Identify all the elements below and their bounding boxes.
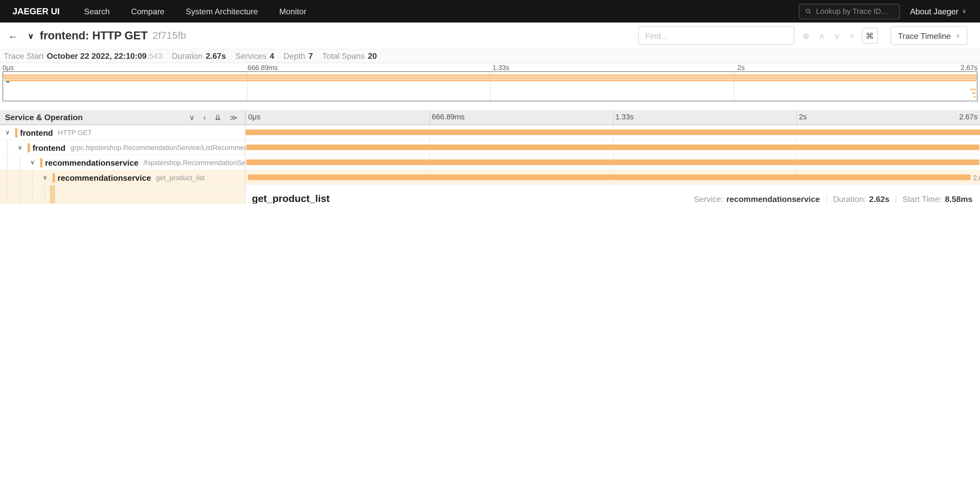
tick-label: 666.89ms: [432, 112, 465, 121]
span-row[interactable]: ∨recommendationserviceget_product_list2.…: [0, 170, 980, 185]
collapse-one-icon[interactable]: ∨: [189, 113, 195, 122]
span-row[interactable]: ∨frontendHTTP GET: [0, 125, 980, 140]
minimap-canvas[interactable]: [3, 71, 977, 101]
operation-name: grpc.hipstershop.RecommendationService/L…: [70, 144, 246, 152]
app-logo[interactable]: JAEGER UI: [0, 6, 73, 16]
summary-label: Duration: [172, 51, 202, 61]
tick-label: 1.33s: [616, 112, 634, 121]
summary-value-fraction: .543: [146, 51, 162, 61]
trace-lookup-input[interactable]: [816, 7, 894, 16]
trace-title: frontend: HTTP GET: [40, 29, 148, 42]
span-detail-panel: get_product_list Service:recommendations…: [245, 185, 980, 203]
summary-item: Total Spans20: [322, 51, 377, 61]
indent-guide: [19, 185, 20, 203]
keyboard-shortcuts-button[interactable]: ⌘: [862, 28, 878, 44]
chevron-down-icon[interactable]: ∨: [3, 125, 13, 140]
meta-value: 2.62s: [869, 195, 889, 203]
tick-label: 666.89ms: [248, 64, 278, 71]
indent-guide: [7, 170, 7, 184]
service-color-chip: [28, 143, 30, 152]
summary-item: Depth7: [283, 51, 313, 61]
tick-label: 2.67s: [961, 64, 977, 71]
operation-name: get_product_list: [156, 174, 205, 181]
find-input[interactable]: [638, 26, 794, 45]
chevron-down-icon[interactable]: ∨: [15, 140, 25, 155]
span-label: frontendHTTP GET: [15, 125, 92, 140]
chevron-down-icon: ∨: [962, 8, 966, 14]
service-color-chip: [40, 158, 43, 168]
top-nav: JAEGER UI SearchCompareSystem Architectu…: [0, 0, 980, 22]
nav-item-system-architecture[interactable]: System Architecture: [175, 6, 269, 16]
indent-guide: [32, 185, 32, 203]
meta-label: Service:: [694, 195, 723, 203]
tick-label: 2.67s: [959, 112, 977, 121]
expand-all-icon[interactable]: ≫: [230, 113, 238, 122]
back-button[interactable]: ←: [0, 29, 26, 42]
meta-label: Start Time:: [903, 195, 942, 203]
minimap-span-mark: [6, 81, 9, 83]
summary-label: Depth: [283, 51, 305, 61]
trace-view-selector[interactable]: Trace Timeline ∨: [890, 26, 967, 45]
span-row-timeline[interactable]: 2.62s: [245, 170, 980, 185]
find-next-icon[interactable]: ∨: [834, 31, 840, 40]
minimap-span-mark: [4, 78, 977, 80]
about-jaeger-menu[interactable]: About Jaeger ∨: [910, 6, 966, 16]
summary-value: 7: [309, 51, 313, 61]
summary-label: Total Spans: [322, 51, 364, 61]
summary-label: Services: [235, 51, 266, 61]
chevron-down-icon[interactable]: ∨: [28, 155, 38, 170]
trace-minimap: 0μs666.89ms1.33s2s2.67s: [0, 63, 980, 103]
nav-item-search[interactable]: Search: [73, 6, 120, 16]
detail-meta-item: Service:recommendationservice: [694, 195, 820, 203]
summary-item: Duration2.67s: [172, 51, 226, 61]
divider: [896, 195, 896, 203]
meta-value: 8.58ms: [945, 195, 973, 203]
indent-guide: [7, 140, 7, 155]
indent-guide: [45, 185, 45, 203]
indent-guide: [32, 170, 32, 184]
ruler-tickline: [429, 110, 430, 124]
service-name: recommendationservice: [45, 158, 138, 168]
chevron-down-icon[interactable]: ∨: [40, 170, 50, 185]
tick-label: 2s: [738, 64, 745, 71]
span-row-left[interactable]: ∨recommendationservice/hipstershop.Recom…: [0, 155, 245, 170]
span-rows-top: ∨frontendHTTP GET∨frontendgrpc.hipstersh…: [0, 125, 980, 185]
ruler-tickline: [796, 110, 797, 124]
span-row-left[interactable]: ∨frontendHTTP GET: [0, 125, 245, 140]
summary-value: 2.67s: [206, 51, 226, 61]
find-prev-icon[interactable]: ∧: [819, 31, 825, 40]
summary-value: 4: [269, 51, 274, 61]
meta-label: Duration:: [833, 195, 866, 203]
span-row-left[interactable]: ∨recommendationserviceget_product_list: [0, 170, 245, 185]
trace-page-header: ← ∨ frontend: HTTP GET 2f715fb ⊕ ∧ ∨ × ⌘…: [0, 22, 980, 49]
span-row[interactable]: ∨frontendgrpc.hipstershop.Recommendation…: [0, 140, 980, 155]
span-bar[interactable]: [245, 129, 980, 135]
about-jaeger-label: About Jaeger: [910, 6, 958, 16]
span-row-timeline[interactable]: [245, 155, 980, 170]
timeline-header-row: Service & Operation ∨ › ⇊ ≫ 0μs666.89ms1…: [0, 110, 980, 125]
span-bar[interactable]: [248, 175, 971, 180]
trace-collapse-icon[interactable]: ∨: [28, 31, 34, 40]
span-row[interactable]: ∨recommendationservice/hipstershop.Recom…: [0, 155, 980, 170]
find-clear-icon[interactable]: ×: [850, 31, 854, 40]
expand-one-icon[interactable]: ›: [204, 113, 206, 122]
span-row-timeline[interactable]: [245, 140, 980, 155]
span-row-left[interactable]: ∨frontendgrpc.hipstershop.Recommendation…: [0, 140, 245, 155]
nav-item-monitor[interactable]: Monitor: [269, 6, 317, 16]
trace-lookup[interactable]: [799, 3, 900, 19]
find-option-icon[interactable]: ⊕: [802, 31, 809, 40]
search-icon: [805, 7, 811, 15]
tick-label: 0μs: [3, 64, 14, 71]
nav-item-compare[interactable]: Compare: [120, 6, 175, 16]
collapse-all-icon[interactable]: ⇊: [215, 113, 221, 122]
span-bar[interactable]: [246, 160, 980, 165]
span-detail-indent: [0, 185, 245, 203]
trace-view-label: Trace Timeline: [898, 31, 951, 40]
trace-id: 2f715fb: [153, 30, 186, 41]
operation-name: /hipstershop.RecommendationService/Lis…: [143, 159, 246, 166]
summary-value: October 22 2022, 22:10:09: [47, 51, 146, 61]
span-row-timeline[interactable]: [245, 125, 980, 140]
span-detail-title: get_product_list: [252, 193, 694, 203]
span-bar[interactable]: [246, 144, 980, 150]
main-nav: SearchCompareSystem ArchitectureMonitor: [73, 0, 317, 22]
